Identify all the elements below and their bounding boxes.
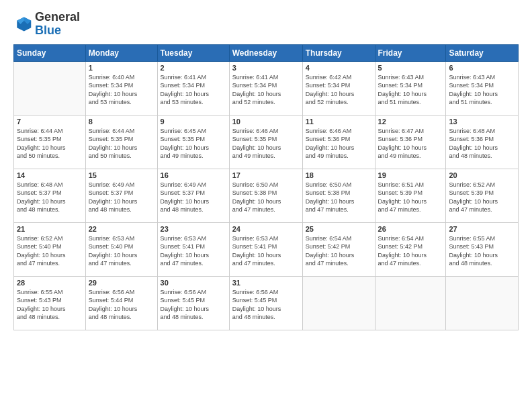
day-number: 24 <box>232 225 300 233</box>
day-info: Sunrise: 6:44 AMSunset: 5:35 PMDaylight:… <box>89 127 154 161</box>
day-info: Sunrise: 6:48 AMSunset: 5:36 PMDaylight:… <box>449 127 515 161</box>
day-info: Sunrise: 6:52 AMSunset: 5:40 PMDaylight:… <box>17 234 83 268</box>
weekday-header: Friday <box>375 44 446 61</box>
calendar-cell: 14Sunrise: 6:48 AMSunset: 5:37 PMDayligh… <box>14 169 86 222</box>
day-number: 25 <box>306 225 372 233</box>
calendar-cell: 27Sunrise: 6:55 AMSunset: 5:43 PMDayligh… <box>446 222 519 276</box>
calendar-week-row: 14Sunrise: 6:48 AMSunset: 5:37 PMDayligh… <box>14 169 519 222</box>
day-info: Sunrise: 6:45 AMSunset: 5:35 PMDaylight:… <box>161 127 226 161</box>
day-info: Sunrise: 6:43 AMSunset: 5:34 PMDaylight:… <box>449 73 515 107</box>
calendar-cell: 26Sunrise: 6:54 AMSunset: 5:42 PMDayligh… <box>375 222 446 276</box>
day-info: Sunrise: 6:44 AMSunset: 5:35 PMDaylight:… <box>17 127 83 161</box>
calendar-cell: 23Sunrise: 6:53 AMSunset: 5:41 PMDayligh… <box>157 222 229 276</box>
calendar-cell: 16Sunrise: 6:49 AMSunset: 5:37 PMDayligh… <box>157 169 229 222</box>
calendar-week-row: 21Sunrise: 6:52 AMSunset: 5:40 PMDayligh… <box>14 222 519 276</box>
header: General Blue <box>13 11 519 38</box>
day-number: 3 <box>232 64 300 72</box>
calendar-cell <box>446 276 519 330</box>
calendar-cell: 2Sunrise: 6:41 AMSunset: 5:34 PMDaylight… <box>157 61 229 115</box>
calendar-cell: 20Sunrise: 6:52 AMSunset: 5:39 PMDayligh… <box>446 169 519 222</box>
day-number: 4 <box>306 64 372 72</box>
day-info: Sunrise: 6:55 AMSunset: 5:43 PMDaylight:… <box>17 288 83 322</box>
day-info: Sunrise: 6:46 AMSunset: 5:36 PMDaylight:… <box>306 127 372 161</box>
calendar-cell: 4Sunrise: 6:42 AMSunset: 5:34 PMDaylight… <box>302 61 375 115</box>
day-number: 27 <box>449 225 515 233</box>
calendar-header-row: SundayMondayTuesdayWednesdayThursdayFrid… <box>14 44 519 61</box>
day-number: 18 <box>306 171 372 179</box>
day-info: Sunrise: 6:48 AMSunset: 5:37 PMDaylight:… <box>17 181 83 214</box>
calendar-cell: 5Sunrise: 6:43 AMSunset: 5:34 PMDaylight… <box>375 61 446 115</box>
calendar-cell: 3Sunrise: 6:41 AMSunset: 5:34 PMDaylight… <box>229 61 302 115</box>
weekday-header: Tuesday <box>157 44 229 61</box>
day-info: Sunrise: 6:40 AMSunset: 5:34 PMDaylight:… <box>89 73 154 107</box>
weekday-header: Wednesday <box>229 44 302 61</box>
calendar-cell: 1Sunrise: 6:40 AMSunset: 5:34 PMDaylight… <box>85 61 157 115</box>
weekday-header: Monday <box>85 44 157 61</box>
weekday-header: Saturday <box>446 44 519 61</box>
day-number: 10 <box>232 118 300 126</box>
day-number: 17 <box>232 171 300 179</box>
calendar-cell: 30Sunrise: 6:56 AMSunset: 5:45 PMDayligh… <box>157 276 229 330</box>
calendar-cell: 28Sunrise: 6:55 AMSunset: 5:43 PMDayligh… <box>14 276 86 330</box>
day-info: Sunrise: 6:42 AMSunset: 5:34 PMDaylight:… <box>306 73 372 107</box>
calendar-cell: 9Sunrise: 6:45 AMSunset: 5:35 PMDaylight… <box>157 115 229 169</box>
logo: General Blue <box>13 11 80 38</box>
calendar-cell <box>375 276 446 330</box>
day-number: 31 <box>232 279 300 287</box>
calendar-cell: 21Sunrise: 6:52 AMSunset: 5:40 PMDayligh… <box>14 222 86 276</box>
day-number: 16 <box>161 171 226 179</box>
day-info: Sunrise: 6:52 AMSunset: 5:39 PMDaylight:… <box>449 181 515 214</box>
day-info: Sunrise: 6:54 AMSunset: 5:42 PMDaylight:… <box>306 234 372 268</box>
day-info: Sunrise: 6:56 AMSunset: 5:45 PMDaylight:… <box>161 288 226 322</box>
calendar-cell: 31Sunrise: 6:56 AMSunset: 5:45 PMDayligh… <box>229 276 302 330</box>
weekday-header: Thursday <box>302 44 375 61</box>
calendar-cell: 8Sunrise: 6:44 AMSunset: 5:35 PMDaylight… <box>85 115 157 169</box>
day-number: 15 <box>89 171 154 179</box>
day-number: 1 <box>89 64 154 72</box>
day-info: Sunrise: 6:53 AMSunset: 5:40 PMDaylight:… <box>89 234 154 268</box>
logo-line2: Blue <box>35 24 80 38</box>
calendar-week-row: 28Sunrise: 6:55 AMSunset: 5:43 PMDayligh… <box>14 276 519 330</box>
weekday-header: Sunday <box>14 44 86 61</box>
calendar-week-row: 1Sunrise: 6:40 AMSunset: 5:34 PMDaylight… <box>14 61 519 115</box>
day-info: Sunrise: 6:50 AMSunset: 5:38 PMDaylight:… <box>306 181 372 214</box>
calendar-cell: 12Sunrise: 6:47 AMSunset: 5:36 PMDayligh… <box>375 115 446 169</box>
day-info: Sunrise: 6:41 AMSunset: 5:34 PMDaylight:… <box>161 73 226 107</box>
day-info: Sunrise: 6:49 AMSunset: 5:37 PMDaylight:… <box>89 181 154 214</box>
calendar-cell: 29Sunrise: 6:56 AMSunset: 5:44 PMDayligh… <box>85 276 157 330</box>
calendar: SundayMondayTuesdayWednesdayThursdayFrid… <box>13 44 519 330</box>
calendar-cell: 6Sunrise: 6:43 AMSunset: 5:34 PMDaylight… <box>446 61 519 115</box>
day-number: 20 <box>449 171 515 179</box>
day-number: 30 <box>161 279 226 287</box>
calendar-cell: 7Sunrise: 6:44 AMSunset: 5:35 PMDaylight… <box>14 115 86 169</box>
day-info: Sunrise: 6:56 AMSunset: 5:45 PMDaylight:… <box>232 288 300 322</box>
calendar-cell: 15Sunrise: 6:49 AMSunset: 5:37 PMDayligh… <box>85 169 157 222</box>
calendar-week-row: 7Sunrise: 6:44 AMSunset: 5:35 PMDaylight… <box>14 115 519 169</box>
calendar-cell: 11Sunrise: 6:46 AMSunset: 5:36 PMDayligh… <box>302 115 375 169</box>
day-info: Sunrise: 6:47 AMSunset: 5:36 PMDaylight:… <box>378 127 443 161</box>
calendar-cell: 24Sunrise: 6:53 AMSunset: 5:41 PMDayligh… <box>229 222 302 276</box>
logo-icon <box>13 15 32 34</box>
day-info: Sunrise: 6:51 AMSunset: 5:39 PMDaylight:… <box>378 181 443 214</box>
day-number: 23 <box>161 225 226 233</box>
calendar-cell <box>302 276 375 330</box>
day-number: 21 <box>17 225 83 233</box>
day-info: Sunrise: 6:49 AMSunset: 5:37 PMDaylight:… <box>161 181 226 214</box>
calendar-cell: 18Sunrise: 6:50 AMSunset: 5:38 PMDayligh… <box>302 169 375 222</box>
day-info: Sunrise: 6:53 AMSunset: 5:41 PMDaylight:… <box>232 234 300 268</box>
day-number: 14 <box>17 171 83 179</box>
day-info: Sunrise: 6:46 AMSunset: 5:35 PMDaylight:… <box>232 127 300 161</box>
day-number: 8 <box>89 118 154 126</box>
calendar-cell: 17Sunrise: 6:50 AMSunset: 5:38 PMDayligh… <box>229 169 302 222</box>
day-number: 29 <box>89 279 154 287</box>
day-info: Sunrise: 6:50 AMSunset: 5:38 PMDaylight:… <box>232 181 300 214</box>
day-number: 12 <box>378 118 443 126</box>
day-info: Sunrise: 6:43 AMSunset: 5:34 PMDaylight:… <box>378 73 443 107</box>
page: General Blue SundayMondayTuesdayWednesda… <box>0 0 532 411</box>
day-number: 6 <box>449 64 515 72</box>
day-number: 28 <box>17 279 83 287</box>
day-info: Sunrise: 6:54 AMSunset: 5:42 PMDaylight:… <box>378 234 443 268</box>
day-number: 7 <box>17 118 83 126</box>
calendar-cell: 10Sunrise: 6:46 AMSunset: 5:35 PMDayligh… <box>229 115 302 169</box>
day-number: 11 <box>306 118 372 126</box>
